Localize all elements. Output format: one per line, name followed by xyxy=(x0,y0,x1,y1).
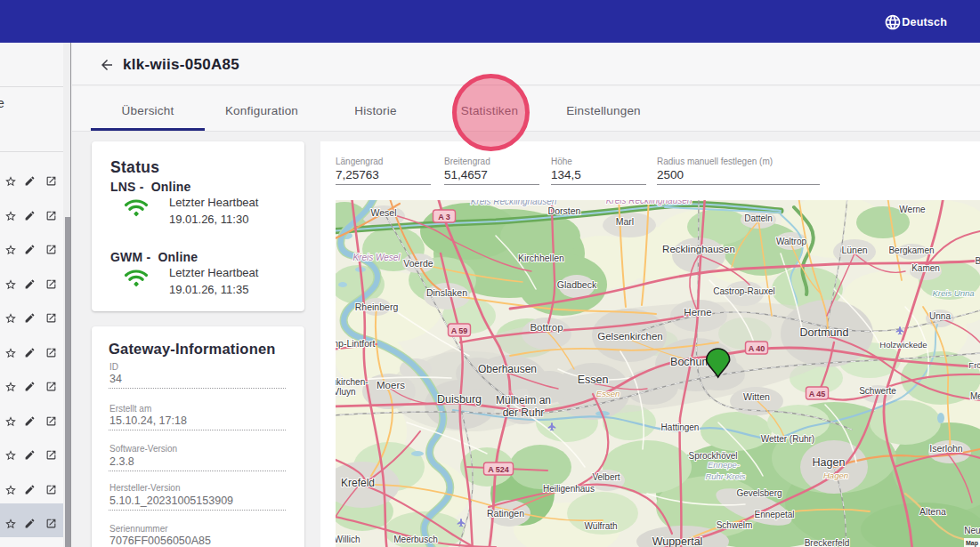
svg-text:Neuenrade: Neuenrade xyxy=(964,526,980,535)
svg-text:Krefeld: Krefeld xyxy=(341,477,375,489)
svg-text:Map: Map xyxy=(966,540,978,547)
svg-text:Castrop-Rauxel: Castrop-Rauxel xyxy=(713,286,774,296)
svg-text:Wülfrath: Wülfrath xyxy=(584,521,617,531)
svg-text:Holzwickede: Holzwickede xyxy=(879,340,927,350)
svg-text:Essen: Essen xyxy=(578,374,609,386)
svg-text:Waltrop: Waltrop xyxy=(776,237,807,246)
svg-text:Kreis Wesel: Kreis Wesel xyxy=(352,253,401,262)
svg-text:Wuppertal: Wuppertal xyxy=(652,535,703,547)
svg-text:Werne: Werne xyxy=(899,205,926,214)
svg-text:Mülheim an: Mülheim an xyxy=(496,394,551,406)
svg-text:Duisburg: Duisburg xyxy=(437,393,482,406)
svg-text:Recklinghausen: Recklinghausen xyxy=(662,244,735,254)
svg-text:Kamen: Kamen xyxy=(911,263,940,273)
svg-text:Voerde: Voerde xyxy=(403,258,433,269)
svg-text:Hagen: Hagen xyxy=(813,456,846,469)
svg-text:Bochum: Bochum xyxy=(670,356,711,368)
svg-text:der Ruhr: der Ruhr xyxy=(503,406,545,419)
svg-text:Datteln: Datteln xyxy=(744,213,773,223)
svg-text:Rheinberg: Rheinberg xyxy=(355,302,399,312)
svg-text:Menden: Menden xyxy=(970,391,980,401)
svg-text:A 45: A 45 xyxy=(809,390,826,398)
svg-text:Kreis Recklinghausen: Kreis Recklinghausen xyxy=(606,200,692,205)
svg-text:Schwelm: Schwelm xyxy=(717,520,753,530)
svg-text:Bönen: Bönen xyxy=(976,256,980,266)
svg-text:Dorsten: Dorsten xyxy=(548,205,581,216)
svg-text:Meerbusch: Meerbusch xyxy=(393,535,437,544)
svg-text:A 40: A 40 xyxy=(749,344,765,353)
svg-text:Schwerte: Schwerte xyxy=(859,386,896,396)
svg-text:Kreis Recklinghausen: Kreis Recklinghausen xyxy=(471,200,557,206)
svg-text:Iserlohn: Iserlohn xyxy=(929,443,963,454)
svg-text:Moers: Moers xyxy=(377,380,405,390)
svg-text:Kamp-Lintfort: Kamp-Lintfort xyxy=(336,338,376,349)
svg-text:Oberhausen: Oberhausen xyxy=(478,363,537,375)
svg-text:Hattingen: Hattingen xyxy=(661,422,700,432)
svg-text:Fröndenb.: Fröndenb. xyxy=(968,360,980,370)
svg-text:Ratingen: Ratingen xyxy=(487,508,524,519)
svg-text:Bergkamen: Bergkamen xyxy=(888,245,934,255)
svg-text:Essen: Essen xyxy=(596,389,620,398)
svg-text:Marl: Marl xyxy=(616,216,634,227)
svg-text:Ennepetal: Ennepetal xyxy=(754,510,794,519)
svg-text:Kirchhellen: Kirchhellen xyxy=(518,253,564,263)
svg-text:Kreis Unna: Kreis Unna xyxy=(933,288,975,298)
svg-text:Dortmund: Dortmund xyxy=(800,326,849,339)
svg-text:Bottrop: Bottrop xyxy=(530,322,563,333)
svg-text:Unna: Unna xyxy=(929,311,951,321)
svg-text:Gladbeck: Gladbeck xyxy=(557,279,597,290)
svg-text:Dinslaken: Dinslaken xyxy=(426,287,467,298)
svg-text:Witten: Witten xyxy=(743,391,770,402)
svg-text:Heiligenhaus: Heiligenhaus xyxy=(543,484,595,494)
svg-text:A 59: A 59 xyxy=(451,326,468,335)
svg-text:Hagen: Hagen xyxy=(823,471,848,480)
svg-text:Wesel: Wesel xyxy=(371,207,397,218)
svg-text:Vluyn: Vluyn xyxy=(336,387,356,397)
svg-text:Herne: Herne xyxy=(684,307,711,318)
svg-text:Wetter (Ruhr): Wetter (Ruhr) xyxy=(761,434,814,444)
svg-text:Gelsenkirchen: Gelsenkirchen xyxy=(597,331,663,342)
svg-text:Lünen: Lünen xyxy=(841,245,867,255)
svg-text:A 524: A 524 xyxy=(488,465,509,474)
svg-text:A 3: A 3 xyxy=(438,213,450,221)
svg-text:Ennepe-: Ennepe- xyxy=(708,460,740,470)
svg-text:Breckerfeld: Breckerfeld xyxy=(805,538,850,547)
svg-text:Gevelsberg: Gevelsberg xyxy=(736,488,782,498)
svg-text:Velbert: Velbert xyxy=(592,472,620,482)
svg-text:Willich: Willich xyxy=(336,535,360,544)
svg-text:Altena: Altena xyxy=(919,506,946,517)
svg-text:Ruhr-Kreis: Ruhr-Kreis xyxy=(705,471,745,481)
svg-text:ukirchen-: ukirchen- xyxy=(336,377,369,387)
